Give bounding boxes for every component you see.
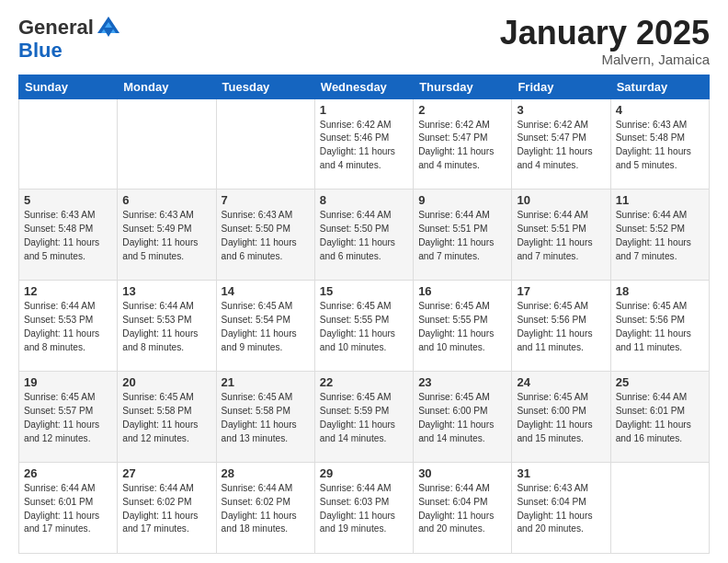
day-info: Sunrise: 6:44 AMSunset: 5:53 PMDaylight:…: [122, 300, 210, 354]
day-number: 4: [616, 103, 704, 117]
day-number: 10: [517, 193, 605, 207]
day-number: 22: [320, 375, 408, 389]
calendar-cell: 18Sunrise: 6:45 AMSunset: 5:56 PMDayligh…: [610, 281, 709, 372]
day-info: Sunrise: 6:44 AMSunset: 6:01 PMDaylight:…: [24, 482, 112, 536]
calendar-cell: 4Sunrise: 6:43 AMSunset: 5:48 PMDaylight…: [610, 98, 709, 190]
day-number: 24: [517, 375, 605, 389]
calendar-cell: 7Sunrise: 6:43 AMSunset: 5:50 PMDaylight…: [216, 190, 314, 281]
calendar-cell: [610, 463, 709, 554]
day-info: Sunrise: 6:45 AMSunset: 5:56 PMDaylight:…: [616, 300, 704, 354]
calendar-cell: 13Sunrise: 6:44 AMSunset: 5:53 PMDayligh…: [118, 281, 216, 372]
calendar-cell: 1Sunrise: 6:42 AMSunset: 5:46 PMDaylight…: [314, 98, 413, 190]
calendar-cell: 2Sunrise: 6:42 AMSunset: 5:47 PMDaylight…: [414, 98, 512, 190]
day-info: Sunrise: 6:45 AMSunset: 5:59 PMDaylight:…: [320, 391, 408, 445]
day-number: 19: [24, 375, 112, 389]
day-number: 3: [517, 103, 605, 117]
day-info: Sunrise: 6:45 AMSunset: 5:58 PMDaylight:…: [122, 391, 210, 445]
day-number: 20: [122, 375, 210, 389]
day-number: 18: [616, 284, 704, 298]
calendar-cell: 21Sunrise: 6:45 AMSunset: 5:58 PMDayligh…: [216, 372, 314, 463]
calendar-cell: 9Sunrise: 6:44 AMSunset: 5:51 PMDaylight…: [414, 190, 512, 281]
day-info: Sunrise: 6:45 AMSunset: 6:00 PMDaylight:…: [418, 391, 506, 445]
calendar-cell: 31Sunrise: 6:43 AMSunset: 6:04 PMDayligh…: [512, 463, 610, 554]
calendar-cell: 5Sunrise: 6:43 AMSunset: 5:48 PMDaylight…: [19, 190, 118, 281]
day-number: 5: [24, 193, 112, 207]
col-tuesday: Tuesday: [216, 75, 314, 98]
calendar-cell: 19Sunrise: 6:45 AMSunset: 5:57 PMDayligh…: [19, 372, 118, 463]
calendar-cell: 15Sunrise: 6:45 AMSunset: 5:55 PMDayligh…: [314, 281, 413, 372]
day-number: 31: [517, 466, 605, 480]
day-number: 17: [517, 284, 605, 298]
calendar-cell: 24Sunrise: 6:45 AMSunset: 6:00 PMDayligh…: [512, 372, 610, 463]
day-number: 28: [222, 466, 310, 480]
day-info: Sunrise: 6:44 AMSunset: 5:50 PMDaylight:…: [320, 209, 408, 263]
logo-blue-text: Blue: [18, 39, 63, 63]
calendar-cell: 26Sunrise: 6:44 AMSunset: 6:01 PMDayligh…: [19, 463, 118, 554]
day-number: 26: [24, 466, 112, 480]
day-info: Sunrise: 6:43 AMSunset: 5:48 PMDaylight:…: [616, 119, 704, 173]
day-info: Sunrise: 6:45 AMSunset: 5:57 PMDaylight:…: [24, 391, 112, 445]
calendar-cell: [118, 98, 216, 190]
calendar-cell: 16Sunrise: 6:45 AMSunset: 5:55 PMDayligh…: [414, 281, 512, 372]
day-info: Sunrise: 6:44 AMSunset: 6:01 PMDaylight:…: [616, 391, 704, 445]
day-info: Sunrise: 6:44 AMSunset: 5:51 PMDaylight:…: [517, 209, 605, 263]
calendar-table: Sunday Monday Tuesday Wednesday Thursday…: [18, 75, 710, 554]
logo: General Blue: [18, 15, 121, 63]
col-wednesday: Wednesday: [314, 75, 413, 98]
calendar-cell: 3Sunrise: 6:42 AMSunset: 5:47 PMDaylight…: [512, 98, 610, 190]
day-info: Sunrise: 6:44 AMSunset: 5:51 PMDaylight:…: [418, 209, 506, 263]
day-number: 8: [320, 193, 408, 207]
calendar-week-row-5: 26Sunrise: 6:44 AMSunset: 6:01 PMDayligh…: [19, 463, 710, 554]
calendar-cell: 27Sunrise: 6:44 AMSunset: 6:02 PMDayligh…: [118, 463, 216, 554]
calendar-week-row-3: 12Sunrise: 6:44 AMSunset: 5:53 PMDayligh…: [19, 281, 710, 372]
calendar-cell: 23Sunrise: 6:45 AMSunset: 6:00 PMDayligh…: [414, 372, 512, 463]
calendar-cell: 30Sunrise: 6:44 AMSunset: 6:04 PMDayligh…: [414, 463, 512, 554]
calendar-cell: 22Sunrise: 6:45 AMSunset: 5:59 PMDayligh…: [314, 372, 413, 463]
day-info: Sunrise: 6:45 AMSunset: 6:00 PMDaylight:…: [517, 391, 605, 445]
calendar-header-row: Sunday Monday Tuesday Wednesday Thursday…: [19, 75, 710, 98]
day-number: 25: [616, 375, 704, 389]
calendar-cell: 20Sunrise: 6:45 AMSunset: 5:58 PMDayligh…: [118, 372, 216, 463]
day-number: 12: [24, 284, 112, 298]
calendar-cell: [216, 98, 314, 190]
col-saturday: Saturday: [610, 75, 709, 98]
page: General Blue January 2025 Malvern, Jamai…: [0, 0, 728, 563]
location: Malvern, Jamaica: [500, 52, 710, 67]
calendar-cell: [19, 98, 118, 190]
day-number: 2: [418, 103, 506, 117]
day-info: Sunrise: 6:45 AMSunset: 5:55 PMDaylight:…: [418, 300, 506, 354]
logo-general-text: General: [18, 17, 94, 38]
day-info: Sunrise: 6:45 AMSunset: 5:56 PMDaylight:…: [517, 300, 605, 354]
day-info: Sunrise: 6:42 AMSunset: 5:47 PMDaylight:…: [517, 119, 605, 173]
day-number: 7: [222, 193, 310, 207]
day-info: Sunrise: 6:45 AMSunset: 5:55 PMDaylight:…: [320, 300, 408, 354]
day-number: 27: [122, 466, 210, 480]
day-info: Sunrise: 6:44 AMSunset: 5:52 PMDaylight:…: [616, 209, 704, 263]
calendar-week-row-2: 5Sunrise: 6:43 AMSunset: 5:48 PMDaylight…: [19, 190, 710, 281]
calendar-cell: 6Sunrise: 6:43 AMSunset: 5:49 PMDaylight…: [118, 190, 216, 281]
col-monday: Monday: [118, 75, 216, 98]
day-info: Sunrise: 6:44 AMSunset: 6:02 PMDaylight:…: [122, 482, 210, 536]
calendar-cell: 14Sunrise: 6:45 AMSunset: 5:54 PMDayligh…: [216, 281, 314, 372]
day-number: 9: [418, 193, 506, 207]
day-info: Sunrise: 6:44 AMSunset: 6:04 PMDaylight:…: [418, 482, 506, 536]
day-info: Sunrise: 6:43 AMSunset: 6:04 PMDaylight:…: [517, 482, 605, 536]
day-number: 21: [222, 375, 310, 389]
day-number: 16: [418, 284, 506, 298]
header: General Blue January 2025 Malvern, Jamai…: [18, 15, 710, 67]
day-info: Sunrise: 6:44 AMSunset: 6:03 PMDaylight:…: [320, 482, 408, 536]
day-number: 23: [418, 375, 506, 389]
day-number: 1: [320, 103, 408, 117]
title-block: January 2025 Malvern, Jamaica: [500, 15, 710, 67]
calendar-cell: 12Sunrise: 6:44 AMSunset: 5:53 PMDayligh…: [19, 281, 118, 372]
month-title: January 2025: [500, 15, 710, 52]
calendar-week-row-4: 19Sunrise: 6:45 AMSunset: 5:57 PMDayligh…: [19, 372, 710, 463]
calendar-cell: 17Sunrise: 6:45 AMSunset: 5:56 PMDayligh…: [512, 281, 610, 372]
calendar-cell: 8Sunrise: 6:44 AMSunset: 5:50 PMDaylight…: [314, 190, 413, 281]
day-number: 15: [320, 284, 408, 298]
day-info: Sunrise: 6:44 AMSunset: 6:02 PMDaylight:…: [222, 482, 310, 536]
day-number: 11: [616, 193, 704, 207]
calendar-week-row-1: 1Sunrise: 6:42 AMSunset: 5:46 PMDaylight…: [19, 98, 710, 190]
calendar-cell: 29Sunrise: 6:44 AMSunset: 6:03 PMDayligh…: [314, 463, 413, 554]
logo-icon: [96, 15, 121, 40]
